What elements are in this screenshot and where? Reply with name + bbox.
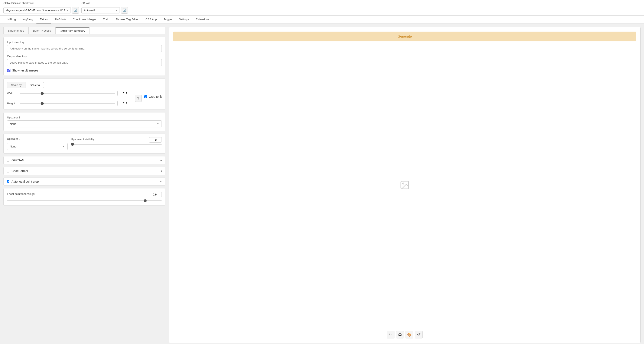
width-slider[interactable] (20, 93, 115, 94)
upscaler2-vis-slider[interactable] (71, 144, 162, 145)
checkpoint-value: abyssorangemix3AOM3_aom3.safetensors [d1… (6, 9, 65, 12)
tab-dataset-tag-editor[interactable]: Dataset Tag Editor (112, 16, 142, 24)
tab-settings[interactable]: Settings (176, 16, 192, 24)
upscaler1-panel: Upscaler 1 None ▼ (4, 112, 165, 131)
input-dir-label: Input directory (7, 41, 162, 44)
height-slider[interactable] (20, 103, 115, 104)
generate-button[interactable]: Generate (173, 32, 636, 41)
upscaler2-vis-input[interactable] (149, 137, 162, 142)
focal-weight-input[interactable] (147, 192, 162, 197)
width-row: Width (7, 91, 132, 96)
upscaler2-group: Upscaler 2 None ▼ (7, 137, 68, 150)
output-dir-label: Output directory (7, 55, 162, 58)
show-result-images-row: Show result images (7, 69, 162, 72)
tab-extras[interactable]: Extras (36, 16, 51, 24)
nav-tabs: txt2img img2img Extras PNG Info Checkpoi… (0, 16, 644, 24)
vis-slider-row (71, 144, 162, 145)
focal-weight-slider[interactable] (7, 200, 162, 201)
autofocal-accordion[interactable]: Auto focal point crop ▼ (4, 178, 165, 186)
checkpoint-label: Stable Diffusion checkpoint (4, 2, 79, 5)
vae-label: SD VAE (82, 2, 128, 5)
upscaler2-chevron-icon: ▼ (63, 145, 65, 148)
width-label: Width (7, 92, 18, 95)
palette-button[interactable]: 🎨 (406, 331, 413, 338)
height-input[interactable] (118, 101, 132, 106)
height-row: Height (7, 101, 132, 106)
upscaler1-chevron-icon: ▼ (157, 123, 159, 125)
gfpgan-checkbox[interactable] (6, 159, 10, 162)
checkpoint-dropdown[interactable]: abyssorangemix3AOM3_aom3.safetensors [d1… (4, 7, 71, 14)
show-result-images-checkbox[interactable] (7, 69, 10, 72)
upscaler2-dropdown[interactable]: None ▼ (7, 143, 68, 150)
checkpoint-section: Stable Diffusion checkpoint abyssorangem… (4, 2, 79, 14)
codeformer-label: CodeFormer (12, 169, 28, 173)
checkpoint-refresh-button[interactable]: 🔄 (72, 7, 79, 14)
autofocal-arrow-icon: ▼ (160, 180, 162, 183)
tab-img2img[interactable]: img2img (19, 16, 36, 24)
upscaler2-label: Upscaler 2 (7, 137, 68, 140)
dimensions-group: Width Height (7, 91, 132, 106)
tab-txt2img[interactable]: txt2img (4, 16, 19, 24)
input-dir-field[interactable] (7, 45, 162, 52)
sub-tabs: Single Image Batch Process Batch from Di… (4, 27, 165, 34)
right-panel: Generate 🖼 🎨 (169, 27, 640, 343)
image-preview-area (400, 41, 410, 329)
svg-marker-2 (417, 333, 420, 336)
tab-batch-from-directory[interactable]: Batch from Directory (56, 27, 90, 34)
tab-pnginfo[interactable]: PNG Info (51, 16, 69, 24)
tab-scale-by[interactable]: Scale by (7, 82, 26, 88)
tab-train[interactable]: Train (100, 16, 112, 24)
codeformer-checkbox[interactable] (6, 170, 10, 173)
crop-to-fit-label: Crop to fit (149, 95, 162, 98)
top-bar: Stable Diffusion checkpoint abyssorangem… (0, 0, 644, 16)
scale-tabs: Scale by Scale to (7, 82, 162, 88)
image-button[interactable]: 🖼 (396, 331, 404, 338)
upscaler2-panel: Upscaler 2 None ▼ Upscaler 2 visibility (4, 134, 165, 154)
tab-single-image[interactable]: Single Image (4, 27, 28, 34)
tab-batch-process[interactable]: Batch Process (28, 27, 56, 34)
gfpgan-label: GFPGAN (12, 158, 24, 162)
vae-dropdown[interactable]: Automatic ▼ (82, 7, 120, 14)
upscaler2-vis-label: Upscaler 2 visibility (71, 138, 94, 141)
autofocal-label: Auto focal point crop (12, 180, 39, 183)
crop-to-fit-checkbox[interactable] (144, 95, 147, 98)
height-label: Height (7, 102, 18, 105)
vae-select-row: Automatic ▼ 🔄 (82, 7, 128, 14)
scale-panel: Scale by Scale to Width Height (4, 78, 165, 110)
upscaler1-label: Upscaler 1 (7, 116, 162, 119)
codeformer-arrow-icon: ◀ (160, 169, 162, 173)
swap-dimensions-button[interactable]: ⇅ (135, 95, 142, 102)
show-result-images-label: Show result images (12, 69, 38, 72)
tab-css-app[interactable]: CSS App (142, 16, 160, 24)
dimensions-row: Width Height ⇅ Crop to fit (7, 91, 162, 106)
sketch-button[interactable] (415, 331, 422, 338)
tab-scale-to[interactable]: Scale to (26, 82, 44, 88)
focal-weight-panel: Focal point face weight (4, 188, 165, 206)
vae-value: Automatic (84, 9, 96, 12)
upscaler1-dropdown[interactable]: None ▼ (7, 120, 162, 127)
undo-button[interactable] (387, 331, 394, 338)
upscaler2-visibility-group: Upscaler 2 visibility (71, 137, 162, 150)
checkpoint-chevron-icon: ▼ (66, 9, 68, 12)
vae-refresh-button[interactable]: 🔄 (121, 7, 128, 14)
tab-checkpoint-merger[interactable]: Checkpoint Merger (69, 16, 100, 24)
checkpoint-select-row: abyssorangemix3AOM3_aom3.safetensors [d1… (4, 7, 79, 14)
tab-tagger[interactable]: Tagger (160, 16, 176, 24)
tab-extensions[interactable]: Extensions (192, 16, 213, 24)
main-content: Single Image Batch Process Batch from Di… (0, 24, 644, 344)
autofocal-checkbox[interactable] (6, 180, 10, 183)
left-panel: Single Image Batch Process Batch from Di… (4, 27, 165, 343)
output-dir-field[interactable] (7, 59, 162, 66)
codeformer-accordion[interactable]: CodeFormer ◀ (4, 167, 165, 175)
width-input[interactable] (118, 91, 132, 96)
gfpgan-accordion[interactable]: GFPGAN ◀ (4, 156, 165, 164)
gfpgan-arrow-icon: ◀ (160, 159, 162, 162)
focal-weight-label: Focal point face weight (7, 192, 36, 196)
directory-panel: Input directory Output directory Show re… (4, 37, 165, 76)
upscaler1-value: None (10, 122, 16, 125)
right-toolbar: 🖼 🎨 (387, 331, 422, 338)
upscalers-row: Upscaler 2 None ▼ Upscaler 2 visibility (7, 137, 162, 150)
vae-chevron-icon: ▼ (115, 9, 118, 12)
vae-section: SD VAE Automatic ▼ 🔄 (82, 2, 128, 14)
crop-row: Crop to fit (144, 95, 162, 98)
